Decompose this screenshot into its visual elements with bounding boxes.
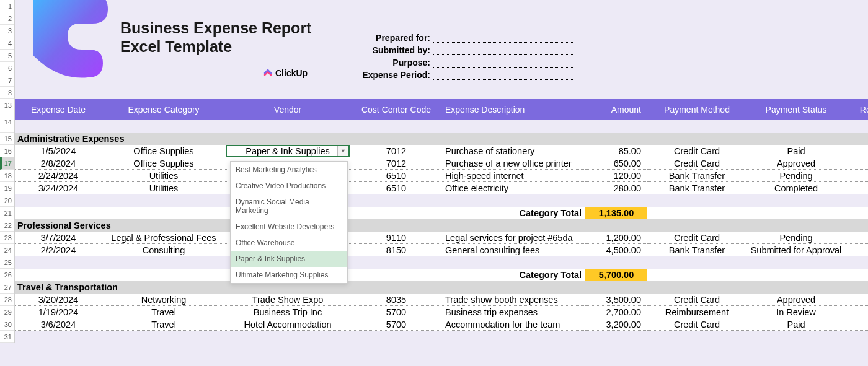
cell-receipts[interactable] <box>846 232 868 244</box>
cell-date[interactable]: 3/24/2024 <box>15 182 102 194</box>
cell-payment-method[interactable]: Bank Transfer <box>647 182 746 194</box>
dropdown-button[interactable]: ▼ <box>337 146 348 156</box>
cell-category[interactable]: Office Supplies <box>102 157 226 170</box>
col-payment-status[interactable]: Payment Status <box>746 105 846 115</box>
cell-amount[interactable]: 2,700.00 <box>585 306 647 318</box>
cell-payment-method[interactable]: Bank Transfer <box>647 170 746 182</box>
row-header[interactable]: 2 <box>0 12 14 25</box>
cell-description[interactable]: Legal services for project #65da <box>443 232 585 244</box>
cell-vendor[interactable]: Paper & Ink Supplies▼ <box>226 145 350 157</box>
cell-payment-status[interactable]: Submitted for Approval <box>746 244 846 256</box>
row-header[interactable]: 3 <box>0 25 14 37</box>
cell-amount[interactable]: 4,500.00 <box>585 244 647 256</box>
cell-description[interactable]: Business trip expenses <box>443 306 585 318</box>
cell-payment-method[interactable]: Bank Transfer <box>647 244 746 256</box>
cell-description[interactable]: High-speed internet <box>443 170 585 182</box>
cell-amount[interactable]: 3,500.00 <box>585 294 647 306</box>
cell-cost-center[interactable]: 8035 <box>350 294 443 306</box>
dropdown-option[interactable]: Paper & Ink Supplies <box>231 251 347 267</box>
cell-cost-center[interactable]: 5700 <box>350 318 443 331</box>
cell-description[interactable]: Office electricity <box>443 182 585 194</box>
row-header[interactable]: 29 <box>0 306 14 318</box>
col-payment-method[interactable]: Payment Method <box>647 105 746 115</box>
cell-description[interactable]: Purchase of stationery <box>443 145 585 157</box>
cell-payment-method[interactable]: Credit Card <box>647 294 746 306</box>
col-description[interactable]: Expense Description <box>443 105 585 115</box>
cell-receipts[interactable] <box>846 157 868 170</box>
dropdown-option[interactable]: Office Warehouse <box>231 235 347 251</box>
cell-amount[interactable]: 280.00 <box>585 182 647 194</box>
row-header[interactable]: 28 <box>0 294 14 306</box>
row-header[interactable]: 30 <box>0 318 14 331</box>
col-receipts[interactable]: Receipts <box>846 105 868 115</box>
dropdown-option[interactable]: Creative Video Productions <box>231 178 347 194</box>
cell-payment-method[interactable]: Credit Card <box>647 145 746 157</box>
cell-date[interactable]: 3/6/2024 <box>15 318 102 331</box>
cell-payment-status[interactable]: Completed <box>746 182 846 194</box>
cell-amount[interactable]: 85.00 <box>585 145 647 157</box>
row-header[interactable]: 20 <box>0 194 14 207</box>
row-header[interactable]: 5 <box>0 50 14 62</box>
cell-receipts[interactable] <box>846 318 868 331</box>
cell-date[interactable]: 3/7/2024 <box>15 232 102 244</box>
info-field-input[interactable] <box>433 59 573 68</box>
cell-vendor[interactable]: Business Trip Inc <box>226 306 350 318</box>
cell-date[interactable]: 1/19/2024 <box>15 306 102 318</box>
cell-payment-status[interactable]: Approved <box>746 294 846 306</box>
row-header[interactable]: 27 <box>0 281 14 294</box>
cell-payment-method[interactable]: Reimbursement <box>647 306 746 318</box>
cell-date[interactable]: 1/5/2024 <box>15 145 102 157</box>
cell-receipts[interactable] <box>846 306 868 318</box>
cell-vendor[interactable]: Hotel Accommodation <box>226 318 350 331</box>
cell-vendor[interactable]: Trade Show Expo <box>226 294 350 306</box>
row-header[interactable]: 17 <box>0 157 14 170</box>
cell-category[interactable]: Office Supplies <box>102 145 226 157</box>
row-header[interactable]: 16 <box>0 145 14 157</box>
cell-payment-status[interactable]: Approved <box>746 157 846 170</box>
col-expense-date[interactable]: Expense Date <box>15 105 102 115</box>
cell-receipts[interactable] <box>846 182 868 194</box>
col-amount[interactable]: Amount <box>585 105 647 115</box>
cell-receipts[interactable] <box>846 145 868 157</box>
cell-amount[interactable]: 1,200.00 <box>585 232 647 244</box>
cell-amount[interactable]: 120.00 <box>585 170 647 182</box>
cell-payment-method[interactable]: Credit Card <box>647 232 746 244</box>
row-header[interactable]: 4 <box>0 37 14 50</box>
col-cost-center[interactable]: Cost Center Code <box>350 105 443 115</box>
cell-payment-status[interactable]: Paid <box>746 318 846 331</box>
row-header[interactable]: 7 <box>0 74 14 87</box>
info-field-input[interactable] <box>433 71 573 80</box>
cell-cost-center[interactable]: 9110 <box>350 232 443 244</box>
cell-cost-center[interactable]: 6510 <box>350 182 443 194</box>
col-expense-category[interactable]: Expense Category <box>102 105 226 115</box>
cell-date[interactable]: 3/20/2024 <box>15 294 102 306</box>
cell-category[interactable]: Utilities <box>102 182 226 194</box>
row-header[interactable]: 13 <box>0 99 14 111</box>
cell-date[interactable]: 2/8/2024 <box>15 157 102 170</box>
row-header[interactable]: 31 <box>0 331 14 343</box>
cell-cost-center[interactable]: 8150 <box>350 244 443 256</box>
dropdown-option[interactable]: Ultimate Marketing Supplies <box>231 267 347 283</box>
row-header[interactable]: 23 <box>0 232 14 244</box>
cell-receipts[interactable] <box>846 244 868 256</box>
cell-payment-method[interactable]: Credit Card <box>647 318 746 331</box>
row-header[interactable]: 6 <box>0 62 14 74</box>
info-field-input[interactable] <box>433 34 573 43</box>
cell-payment-status[interactable]: In Review <box>746 306 846 318</box>
row-header[interactable]: 25 <box>0 256 14 269</box>
info-field-input[interactable] <box>433 46 573 55</box>
cell-category[interactable]: Utilities <box>102 170 226 182</box>
dropdown-option[interactable]: Excellent Website Developers <box>231 219 347 235</box>
row-header[interactable]: 26 <box>0 269 14 281</box>
cell-description[interactable]: Trade show booth expenses <box>443 294 585 306</box>
cell-description[interactable]: General consulting fees <box>443 244 585 256</box>
cell-cost-center[interactable]: 6510 <box>350 170 443 182</box>
cell-date[interactable]: 2/24/2024 <box>15 170 102 182</box>
cell-date[interactable]: 2/2/2024 <box>15 244 102 256</box>
row-header[interactable]: 15 <box>0 133 14 145</box>
cell-receipts[interactable] <box>846 170 868 182</box>
cell-cost-center[interactable]: 7012 <box>350 145 443 157</box>
col-vendor[interactable]: Vendor <box>226 105 350 115</box>
row-header[interactable]: 1 <box>0 0 14 12</box>
cell-cost-center[interactable]: 7012 <box>350 157 443 170</box>
